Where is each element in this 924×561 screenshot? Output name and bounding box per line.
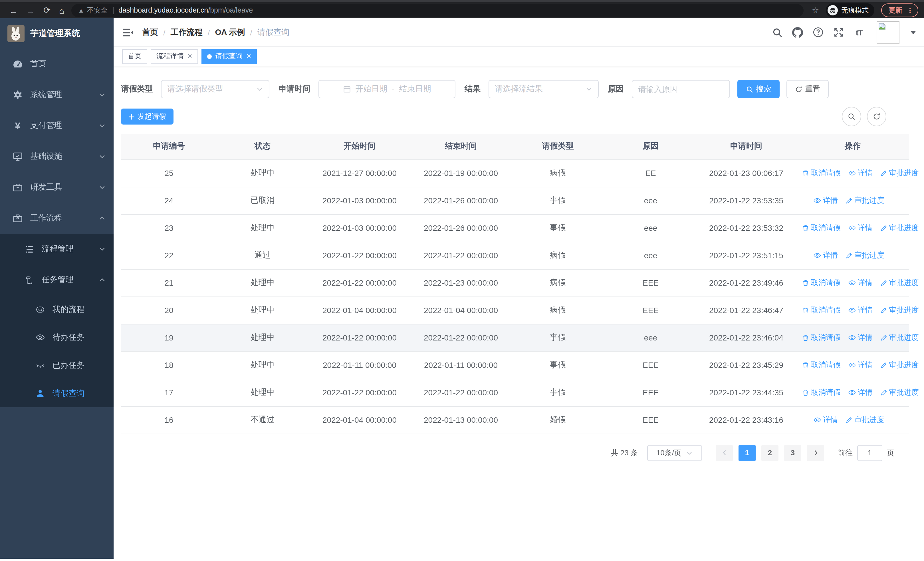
cancel-leave-link[interactable]: 取消请假: [802, 168, 841, 178]
sidebar-item-workflow[interactable]: 工作流程: [0, 203, 114, 234]
detail-link[interactable]: 详情: [813, 250, 838, 260]
col-status: 状态: [217, 134, 308, 159]
close-icon[interactable]: ✕: [246, 53, 251, 60]
cancel-leave-link[interactable]: 取消请假: [802, 360, 841, 370]
sidebar-item-home[interactable]: 首页: [0, 48, 114, 80]
font-size-icon[interactable]: tT: [854, 27, 865, 38]
browser-forward-icon[interactable]: →: [26, 5, 35, 15]
tab-home[interactable]: 首页: [122, 49, 147, 64]
cell-apply-time: 2022-01-22 23:43:16: [709, 415, 783, 424]
detail-link[interactable]: 详情: [813, 195, 838, 205]
cancel-leave-link[interactable]: 取消请假: [802, 305, 841, 315]
sidebar-item-my-process[interactable]: 我的流程: [0, 295, 114, 323]
user-icon: [34, 388, 46, 399]
avatar[interactable]: [877, 21, 900, 44]
approval-progress-link[interactable]: 审批进度: [845, 415, 884, 425]
robot-face-icon: [34, 304, 46, 315]
cancel-leave-link[interactable]: 取消请假: [802, 278, 841, 288]
cell-end-time: 2022-01-23 00:00:00: [424, 278, 498, 287]
leave-type-select[interactable]: 请选择请假类型: [161, 80, 269, 98]
sidebar-item-system[interactable]: 系统管理: [0, 80, 114, 110]
sidebar-item-done-task[interactable]: 已办任务: [0, 351, 114, 379]
avatar-caret-icon[interactable]: [910, 30, 916, 34]
tab-process-detail[interactable]: 流程详情 ✕: [151, 49, 198, 64]
browser-reload-icon[interactable]: ⟳: [44, 5, 51, 15]
fullscreen-icon[interactable]: [833, 27, 844, 38]
detail-link[interactable]: 详情: [848, 387, 873, 397]
page-button-1[interactable]: 1: [738, 445, 756, 461]
search-button[interactable]: 搜索: [737, 80, 780, 98]
tab-leave-query[interactable]: 请假查询 ✕: [201, 49, 257, 64]
approval-progress-link[interactable]: 审批进度: [845, 250, 884, 260]
sidebar-item-todo-task[interactable]: 待办任务: [0, 323, 114, 351]
sidebar-collapse-icon[interactable]: [114, 27, 142, 38]
jump-suffix: 页: [887, 448, 894, 458]
prev-page-button[interactable]: [716, 445, 733, 461]
detail-link[interactable]: 详情: [848, 168, 873, 178]
bookmark-star-icon[interactable]: ☆: [812, 6, 819, 15]
sidebar-item-process-mgmt[interactable]: 流程管理: [0, 234, 114, 265]
page-size-select[interactable]: 10条/页: [647, 445, 702, 461]
jump-page-input[interactable]: [857, 445, 882, 461]
browser-back-icon[interactable]: ←: [9, 5, 18, 15]
table-row: 20 处理中 2022-01-04 00:00:00 2022-01-04 00…: [121, 296, 909, 324]
create-leave-button[interactable]: 发起请假: [121, 108, 174, 125]
toggle-search-button[interactable]: [842, 107, 861, 126]
help-icon[interactable]: [813, 27, 824, 38]
date-range-picker[interactable]: 开始日期 - 结束日期: [318, 80, 455, 98]
browser-chrome: ← → ⟳ ⌂ ▲ 不安全 dashboard.yudao.iocoder.cn…: [0, 0, 924, 18]
cell-end-time: 2022-01-26 00:00:00: [424, 196, 498, 205]
chevron-up-icon: [99, 277, 106, 283]
refresh-button[interactable]: [867, 107, 886, 126]
sidebar-item-infra[interactable]: 基础设施: [0, 141, 114, 172]
chevron-down-icon: [99, 122, 106, 129]
sidebar-item-leave-query[interactable]: 请假查询: [0, 379, 114, 407]
cell-status: 通过: [255, 250, 270, 259]
breadcrumb-oa-example[interactable]: OA 示例: [215, 27, 245, 38]
close-icon[interactable]: ✕: [187, 53, 192, 60]
detail-link[interactable]: 详情: [813, 415, 838, 425]
app-logo-row[interactable]: 芋道管理系统: [0, 18, 114, 48]
cell-reason: eee: [644, 333, 657, 342]
breadcrumb-workflow[interactable]: 工作流程: [171, 27, 202, 38]
approval-progress-link[interactable]: 审批进度: [880, 360, 919, 370]
chevron-down-icon: [99, 153, 106, 160]
search-icon[interactable]: [772, 27, 783, 38]
cell-leave-type: 婚假: [550, 415, 566, 424]
approval-progress-link[interactable]: 审批进度: [880, 305, 919, 315]
approval-progress-link[interactable]: 审批进度: [880, 168, 919, 178]
breadcrumb-home[interactable]: 首页: [142, 27, 158, 38]
sidebar-item-label: 系统管理: [30, 90, 62, 100]
reset-button[interactable]: 重置: [786, 80, 829, 98]
address-bar[interactable]: ▲ 不安全 dashboard.yudao.iocoder.cn/bpm/oa/…: [71, 4, 804, 17]
browser-home-icon[interactable]: ⌂: [59, 5, 64, 15]
cell-start-time: 2022-01-03 00:00:00: [322, 223, 397, 233]
page-button-2[interactable]: 2: [761, 445, 778, 461]
page-button-3[interactable]: 3: [784, 445, 801, 461]
github-icon[interactable]: [792, 27, 803, 38]
approval-progress-link[interactable]: 审批进度: [845, 196, 884, 206]
sidebar-item-task-mgmt[interactable]: 任务管理: [0, 265, 114, 295]
browser-menu-icon[interactable]: ⋮: [907, 7, 913, 14]
cancel-leave-link[interactable]: 取消请假: [802, 332, 841, 343]
result-select[interactable]: 请选择流结果: [489, 80, 599, 98]
cell-start-time: 2022-01-22 00:00:00: [322, 333, 397, 342]
approval-progress-link[interactable]: 审批进度: [880, 387, 919, 398]
browser-update-button[interactable]: 更新 ⋮: [881, 3, 918, 17]
next-page-button[interactable]: [807, 445, 824, 461]
table-row: 24 已取消 2022-01-03 00:00:00 2022-01-26 00…: [121, 187, 909, 214]
cancel-leave-link[interactable]: 取消请假: [802, 223, 841, 233]
approval-progress-link[interactable]: 审批进度: [880, 223, 919, 233]
approval-progress-link[interactable]: 审批进度: [880, 332, 919, 343]
detail-link[interactable]: 详情: [848, 332, 873, 343]
reason-input[interactable]: [632, 80, 730, 98]
cell-end-time: 2022-01-26 00:00:00: [424, 223, 498, 233]
sidebar-item-pay[interactable]: ¥ 支付管理: [0, 110, 114, 141]
sidebar-item-devtools[interactable]: 研发工具: [0, 172, 114, 203]
cancel-leave-link[interactable]: 取消请假: [802, 387, 841, 398]
approval-progress-link[interactable]: 审批进度: [880, 278, 919, 288]
detail-link[interactable]: 详情: [848, 223, 873, 233]
detail-link[interactable]: 详情: [848, 305, 873, 315]
detail-link[interactable]: 详情: [848, 277, 873, 288]
detail-link[interactable]: 详情: [848, 359, 873, 370]
